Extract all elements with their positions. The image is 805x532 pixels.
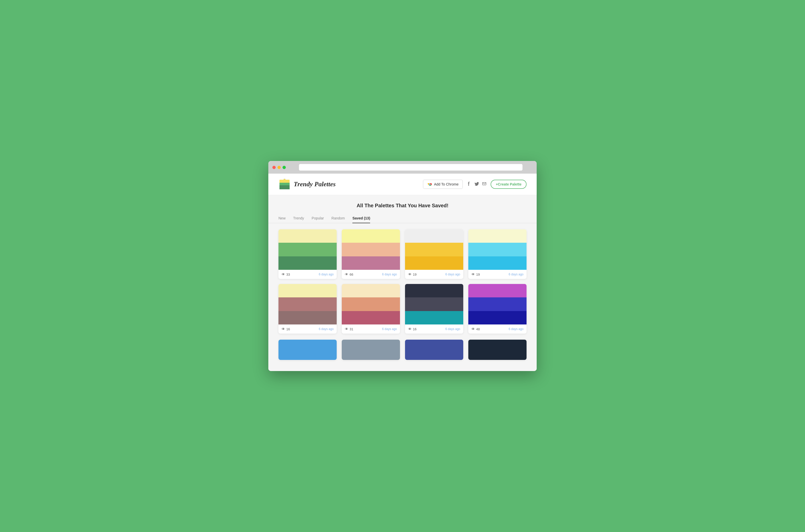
palette-meta: 👁 16 6 days ago — [405, 324, 463, 334]
view-number: 48 — [476, 327, 480, 331]
view-count: 👁 16 — [408, 327, 416, 331]
partial-color-swatch — [279, 340, 337, 360]
palette-swatches — [468, 229, 526, 270]
palette-meta: 👁 66 6 days ago — [342, 270, 400, 279]
view-number: 19 — [476, 272, 480, 277]
palette-meta: 👁 48 6 days ago — [468, 324, 526, 334]
color-swatch — [405, 256, 463, 270]
site-header: Trendy Palettes Add To Chrome — [268, 174, 537, 195]
palette-swatches — [279, 229, 337, 270]
maximize-button[interactable] — [282, 166, 286, 169]
header-actions: Add To Chrome — [423, 180, 526, 189]
time-label: 6 days ago — [445, 327, 460, 331]
titlebar — [268, 161, 537, 174]
browser-window: Trendy Palettes Add To Chrome — [268, 161, 537, 371]
view-number: 19 — [413, 272, 416, 277]
palette-swatches — [342, 229, 400, 270]
palette-meta: 👁 19 6 days ago — [468, 270, 526, 279]
twitter-icon[interactable] — [474, 182, 479, 187]
chrome-icon — [427, 182, 432, 187]
partial-color-swatch — [468, 340, 526, 360]
eye-icon: 👁 — [408, 272, 412, 277]
email-icon[interactable] — [482, 182, 487, 187]
color-swatch — [279, 311, 337, 324]
tab-new[interactable]: New — [279, 214, 285, 223]
page-title-section: All The Palettes That You Have Saved! — [268, 195, 537, 214]
browser-content: Trendy Palettes Add To Chrome — [268, 174, 537, 371]
color-swatch — [342, 229, 400, 243]
tab-popular[interactable]: Popular — [312, 214, 324, 223]
palette-card-4[interactable]: 👁 19 6 days ago — [468, 229, 526, 279]
close-button[interactable] — [273, 166, 276, 169]
color-swatch — [405, 284, 463, 297]
view-number: 16 — [286, 327, 290, 331]
color-swatch — [342, 297, 400, 311]
time-label: 6 days ago — [445, 272, 460, 276]
color-swatch — [405, 311, 463, 324]
add-chrome-label: Add To Chrome — [434, 182, 458, 186]
add-to-chrome-button[interactable]: Add To Chrome — [423, 180, 463, 189]
eye-icon: 👁 — [471, 327, 475, 331]
palette-card-6[interactable]: 👁 31 6 days ago — [342, 284, 400, 334]
facebook-icon[interactable] — [467, 182, 471, 187]
palette-swatches — [405, 284, 463, 324]
tab-trendy[interactable]: Trendy — [293, 214, 304, 223]
palette-meta: 👁 16 6 days ago — [279, 324, 337, 334]
palette-swatches — [279, 284, 337, 324]
minimize-button[interactable] — [278, 166, 281, 169]
view-number: 16 — [413, 327, 416, 331]
time-label: 6 days ago — [382, 272, 397, 276]
palette-swatches — [342, 284, 400, 324]
logo-icon — [279, 178, 291, 191]
eye-icon: 👁 — [345, 272, 348, 277]
time-label: 6 days ago — [509, 272, 524, 276]
view-count: 👁 16 — [281, 327, 290, 331]
color-swatch — [405, 297, 463, 311]
palette-card-5[interactable]: 👁 16 6 days ago — [279, 284, 337, 334]
color-swatch — [279, 256, 337, 270]
partial-color-swatch — [342, 340, 400, 360]
tab-random[interactable]: Random — [331, 214, 345, 223]
color-swatch — [468, 256, 526, 270]
color-swatch — [468, 284, 526, 297]
address-bar[interactable] — [299, 164, 523, 171]
palette-card-7[interactable]: 👁 16 6 days ago — [405, 284, 463, 334]
svg-rect-1 — [279, 183, 289, 185]
palette-card-2[interactable]: 👁 66 6 days ago — [342, 229, 400, 279]
color-swatch — [405, 229, 463, 243]
time-label: 6 days ago — [382, 327, 397, 331]
time-label: 6 days ago — [509, 327, 524, 331]
logo-area: Trendy Palettes — [279, 178, 336, 191]
svg-point-8 — [429, 184, 430, 185]
partial-palette-card-1[interactable] — [342, 340, 400, 360]
svg-rect-9 — [483, 183, 486, 185]
palette-meta: 👁 33 6 days ago — [279, 270, 337, 279]
svg-rect-3 — [279, 188, 289, 189]
palettes-grid: 👁 33 6 days ago 👁 66 6 days ago 👁 19 6 d… — [268, 229, 537, 340]
traffic-lights — [273, 166, 286, 169]
partial-palette-card-2[interactable] — [405, 340, 463, 360]
palette-meta: 👁 31 6 days ago — [342, 324, 400, 334]
view-count: 👁 31 — [345, 327, 353, 331]
eye-icon: 👁 — [345, 327, 348, 331]
eye-icon: 👁 — [471, 272, 475, 277]
palette-card-8[interactable]: 👁 48 6 days ago — [468, 284, 526, 334]
create-palette-button[interactable]: +Create Palette — [491, 180, 526, 189]
nav-tabs: New Trendy Popular Random Saved (13) — [268, 214, 537, 223]
partial-palette-card-3[interactable] — [468, 340, 526, 360]
view-count: 👁 33 — [281, 272, 290, 277]
color-swatch — [468, 229, 526, 243]
svg-rect-5 — [279, 180, 289, 181]
color-swatch — [342, 243, 400, 256]
eye-icon: 👁 — [408, 327, 412, 331]
palette-swatches — [405, 229, 463, 270]
view-count: 👁 19 — [408, 272, 416, 277]
tab-saved[interactable]: Saved (13) — [352, 214, 370, 223]
social-icons — [467, 182, 487, 187]
partial-palette-card-0[interactable] — [279, 340, 337, 360]
time-label: 6 days ago — [319, 327, 334, 331]
page-title: All The Palettes That You Have Saved! — [274, 203, 531, 209]
color-swatch — [279, 243, 337, 256]
palette-card-1[interactable]: 👁 33 6 days ago — [279, 229, 337, 279]
palette-card-3[interactable]: 👁 19 6 days ago — [405, 229, 463, 279]
